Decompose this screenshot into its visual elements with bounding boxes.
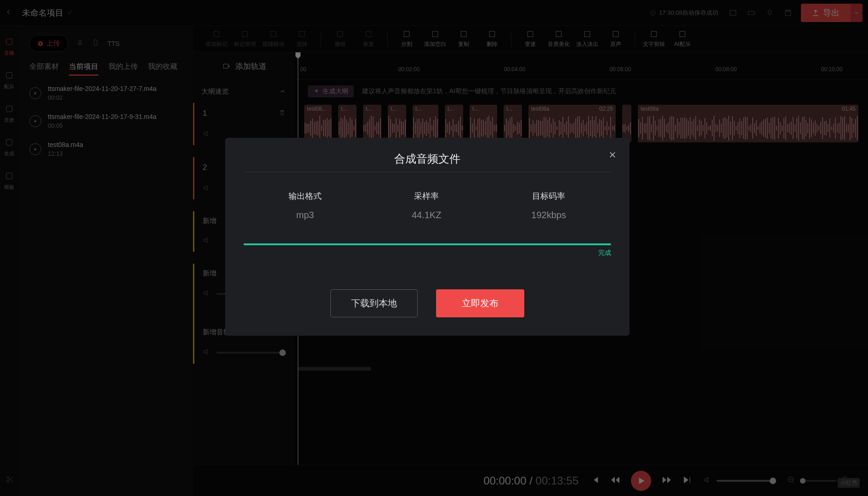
progress-status: 完成 — [244, 249, 611, 257]
watermark: 小红书 — [838, 478, 860, 488]
modal-title: 合成音频文件 — [244, 152, 611, 166]
modal-settings: 输出格式mp3采样率44.1KZ目标码率192kbps — [244, 191, 611, 220]
close-icon — [608, 151, 617, 159]
download-button[interactable]: 下载到本地 — [330, 289, 418, 317]
modal-close-button[interactable] — [608, 151, 617, 161]
progress-bar — [244, 243, 611, 245]
modal-setting: 输出格式mp3 — [289, 191, 322, 220]
modal-setting: 目标码率192kbps — [531, 191, 566, 220]
publish-button[interactable]: 立即发布 — [436, 289, 524, 317]
export-modal: 合成音频文件 输出格式mp3采样率44.1KZ目标码率192kbps 完成 下载… — [225, 138, 630, 336]
modal-setting: 采样率44.1KZ — [412, 191, 441, 220]
